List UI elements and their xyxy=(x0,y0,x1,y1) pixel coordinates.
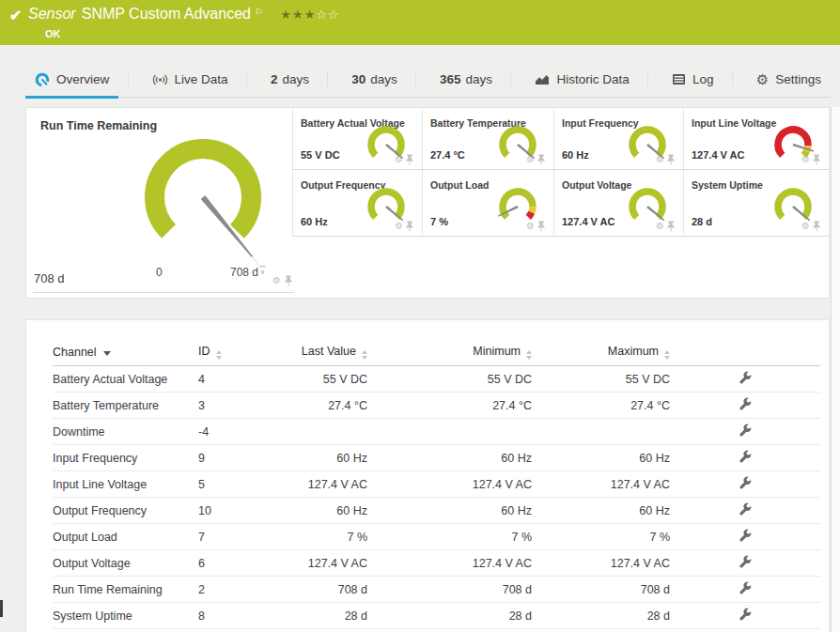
signal-icon xyxy=(152,73,168,86)
tab-live-data[interactable]: Live Data xyxy=(143,62,238,97)
channel-maximum: 127.4 V AC xyxy=(532,471,670,498)
gear-mini-icon: ⚙ xyxy=(801,222,810,231)
sort-desc-icon xyxy=(103,351,111,356)
wrench-icon[interactable] xyxy=(739,581,752,594)
channel-name: Output Voltage xyxy=(53,550,198,577)
channel-minimum: 60 Hz xyxy=(367,498,532,524)
gauge-controls[interactable]: ⚙ xyxy=(272,275,292,286)
gear-icon: ⚙ xyxy=(756,72,769,86)
column-header-maximum[interactable]: Maximum xyxy=(532,339,670,366)
gear-mini-icon: ⚙ xyxy=(801,155,810,164)
gauge-controls[interactable]: ⚙ xyxy=(395,154,413,165)
channel-minimum: 60 Hz xyxy=(367,445,532,471)
table-row: Output Load 7 7 % 7 % 7 % xyxy=(53,524,820,550)
page-title: SensorSNMP Custom Advanced⚐ ★★★☆☆ xyxy=(28,5,340,24)
channel-minimum: 7 % xyxy=(367,524,532,550)
gauge-title: System Uptime xyxy=(692,179,763,191)
channel-maximum: 55 V DC xyxy=(532,366,670,393)
main-gauge-dial: x xyxy=(33,108,294,292)
tab-label: Log xyxy=(692,72,714,86)
gauge-value: 127.4 V AC xyxy=(692,149,744,161)
pin-icon xyxy=(285,275,292,286)
channel-id: 3 xyxy=(198,393,241,419)
gear-mini-icon: ⚙ xyxy=(395,222,403,231)
column-header-id[interactable]: ID xyxy=(198,339,241,366)
gauge-controls[interactable]: ⚙ xyxy=(801,154,820,165)
tab-2-days[interactable]: 2 days xyxy=(261,62,319,97)
channel-minimum: 127.4 V AC xyxy=(367,550,532,577)
gauge-value: 27.4 °C xyxy=(430,149,465,161)
wrench-icon[interactable] xyxy=(739,424,752,437)
flag-icon[interactable]: ⚐ xyxy=(255,7,263,17)
channel-maximum: 7 % xyxy=(532,524,670,550)
channel-last-value: 127.4 V AC xyxy=(241,550,367,577)
channel-minimum: 55 V DC xyxy=(367,366,532,393)
pin-icon xyxy=(667,221,675,232)
channel-name: Output Frequency xyxy=(53,498,198,524)
pin-icon xyxy=(537,221,545,232)
ok-check-icon: ✔ xyxy=(9,7,22,24)
status-text: OK xyxy=(45,28,340,39)
channel-name: Battery Actual Voltage xyxy=(53,366,198,393)
tab-overview[interactable]: Overview xyxy=(25,62,118,97)
tab-label: Settings xyxy=(775,72,821,86)
tab-365-days[interactable]: 365 days xyxy=(430,62,502,97)
channel-last-value: 60 Hz xyxy=(241,498,367,524)
gauge-card: Input Line Voltage 127.4 V AC ⚙ xyxy=(683,108,829,170)
channel-last-value: 708 d xyxy=(241,577,367,603)
gauge-scale-min: 0 xyxy=(156,266,163,279)
wrench-icon[interactable] xyxy=(739,450,752,463)
chart-icon xyxy=(535,73,550,85)
gauge-controls[interactable]: ⚙ xyxy=(656,154,675,165)
wrench-icon[interactable] xyxy=(739,371,752,384)
column-header-channel[interactable]: Channel xyxy=(53,339,198,366)
table-row: Battery Temperature 3 27.4 °C 27.4 °C 27… xyxy=(53,393,820,419)
sort-icon xyxy=(526,350,532,360)
channel-last-value: 55 V DC xyxy=(241,366,367,393)
channel-maximum: 28 d xyxy=(532,603,670,629)
gauge-controls[interactable]: ⚙ xyxy=(656,221,675,232)
wrench-icon[interactable] xyxy=(739,476,752,489)
gear-mini-icon: ⚙ xyxy=(526,222,535,231)
gauge-card: Output Load 7 % ⚙ xyxy=(422,170,553,237)
channel-last-value xyxy=(241,419,367,445)
channel-minimum: 27.4 °C xyxy=(367,393,532,419)
rating-stars[interactable]: ★★★☆☆ xyxy=(280,8,339,22)
tab-settings[interactable]: ⚙ Settings xyxy=(747,62,831,97)
gauge-card: Battery Temperature 27.4 °C ⚙ xyxy=(422,108,553,170)
sort-icon xyxy=(216,350,222,360)
gear-icon: ⚙ xyxy=(756,72,769,86)
tab-label: Overview xyxy=(56,72,109,86)
table-row: Downtime -4 xyxy=(53,419,820,445)
gauge-controls[interactable]: ⚙ xyxy=(801,221,820,232)
wrench-icon[interactable] xyxy=(739,529,752,542)
channel-minimum: 708 d xyxy=(367,577,532,603)
channel-maximum: 27.4 °C xyxy=(532,393,670,419)
tab-historic-data[interactable]: Historic Data xyxy=(525,62,638,97)
channel-last-value: 127.4 V AC xyxy=(241,471,367,498)
wrench-icon[interactable] xyxy=(739,502,752,516)
gear-mini-icon: ⚙ xyxy=(395,155,403,164)
column-header-last-value[interactable]: Last Value xyxy=(241,339,367,366)
wrench-icon[interactable] xyxy=(739,555,752,568)
tab-30-days[interactable]: 30 days xyxy=(342,62,407,97)
wrench-icon[interactable] xyxy=(739,608,752,621)
tab-log[interactable]: Log xyxy=(662,62,723,97)
gauge-controls[interactable]: ⚙ xyxy=(395,221,413,232)
stars-filled: ★★★ xyxy=(280,8,316,22)
gauge-card: System Uptime 28 d ⚙ xyxy=(683,170,829,237)
wrench-icon[interactable] xyxy=(739,397,752,410)
column-header-minimum[interactable]: Minimum xyxy=(367,339,532,366)
sort-icon xyxy=(664,350,670,360)
gauge-card: Output Frequency 60 Hz ⚙ xyxy=(292,170,422,237)
channel-id: 10 xyxy=(198,498,241,524)
tab-label: days xyxy=(282,72,309,86)
gear-mini-icon: ⚙ xyxy=(526,155,535,164)
channel-name: System Uptime xyxy=(53,603,198,629)
page-right-edge xyxy=(831,107,840,632)
gauge-scale-max: 708 d xyxy=(230,266,258,279)
gauge-controls[interactable]: ⚙ xyxy=(526,221,545,232)
gauge-card: Battery Actual Voltage 55 V DC ⚙ xyxy=(292,108,422,170)
table-row: Output Voltage 6 127.4 V AC 127.4 V AC 1… xyxy=(53,550,820,577)
gauge-controls[interactable]: ⚙ xyxy=(526,154,545,165)
